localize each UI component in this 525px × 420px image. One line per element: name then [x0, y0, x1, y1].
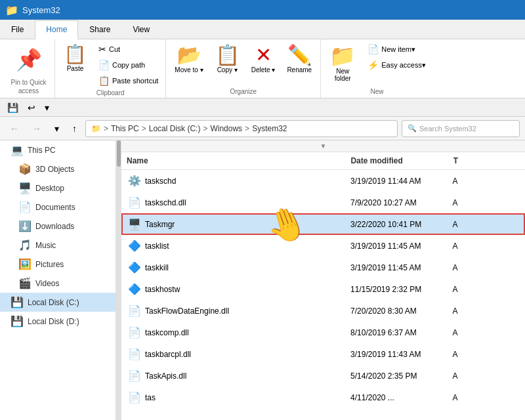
rename-icon: ✏️ [287, 45, 312, 65]
file-date-taskcomp: 8/10/2019 6:37 AM [345, 327, 447, 339]
file-row-taskmgr[interactable]: 🖥️Taskmgr3/22/2020 10:41 PMA [121, 213, 525, 235]
sidebar-item-music[interactable]: 🎵 Music [0, 236, 116, 255]
path-system32[interactable]: System32 [252, 124, 287, 133]
paste-shortcut-button[interactable]: 📋 Paste shortcut [95, 74, 161, 88]
sidebar-item-local-disk-d[interactable]: 💾 Local Disk (D:) [0, 312, 116, 331]
documents-icon: 📄 [18, 201, 32, 213]
group-organize-label: Organize [230, 88, 257, 95]
this-pc-label: This PC [28, 146, 56, 155]
new-item-icon: 📄 [368, 44, 379, 54]
file-date-tas: 4/11/2020 ... [345, 392, 447, 404]
cut-icon: ✂ [98, 44, 106, 54]
col-header-type[interactable]: T [448, 155, 525, 167]
copy-to-icon: 📋 [215, 45, 240, 65]
file-name-taskbarcpl: 📄taskbarcpl.dll [123, 346, 345, 362]
file-row-taskflow[interactable]: 📄TaskFlowDataEngine.dll7/20/2020 8:30 AM… [121, 300, 525, 322]
sidebar-item-videos[interactable]: 🎬 Videos [0, 274, 116, 293]
file-date-taskflow: 7/20/2020 8:30 AM [345, 305, 447, 317]
pictures-icon: 🖼️ [18, 258, 32, 270]
music-label: Music [35, 241, 56, 250]
file-row-taskschd-dll[interactable]: 📄taskschd.dll7/9/2020 10:27 AMA [121, 192, 525, 213]
col-header-date[interactable]: Date modified [345, 155, 448, 167]
sidebar-scrollbar[interactable] [116, 140, 121, 420]
sidebar-item-this-pc[interactable]: 💻 This PC [0, 140, 116, 159]
ribbon-tabs: File Home Share View [0, 20, 525, 39]
tab-share[interactable]: Share [78, 20, 121, 39]
address-path[interactable]: 📁 > This PC > Local Disk (C:) > Windows … [85, 120, 398, 137]
sidebar-item-3d-objects[interactable]: 📦 3D Objects [0, 159, 116, 178]
cut-button[interactable]: ✂ Cut [95, 42, 161, 56]
sidebar-item-local-disk-c[interactable]: 💾 Local Disk (C:) [0, 293, 116, 312]
sidebar-item-documents[interactable]: 📄 Documents [0, 198, 116, 217]
file-row-tasklist[interactable]: 🔷tasklist3/19/2019 11:45 AMA [121, 235, 525, 257]
new-folder-label: Newfolder [335, 68, 351, 82]
new-item-label: New item▾ [381, 45, 415, 54]
path-windows[interactable]: Windows [210, 124, 242, 133]
back-button[interactable]: ← [5, 121, 24, 136]
quick-access-save-btn[interactable]: 💾 [4, 100, 22, 115]
3d-objects-icon: 📦 [18, 163, 32, 175]
quick-access-undo-btn[interactable]: ↩ [24, 100, 39, 115]
file-row-taskbarcpl[interactable]: 📄taskbarcpl.dll3/19/2019 11:43 AMA [121, 343, 525, 365]
rename-button[interactable]: ✏️ Rename [282, 42, 316, 77]
search-icon: 🔍 [408, 124, 417, 133]
tab-file[interactable]: File [0, 20, 35, 39]
new-folder-button[interactable]: 📁 Newfolder [325, 42, 360, 85]
sidebar-item-pictures[interactable]: 🖼️ Pictures [0, 255, 116, 274]
file-icon-tasklist: 🔷 [128, 240, 141, 252]
dropdown-recent-button[interactable]: ▾ [50, 121, 64, 136]
file-name-tas: 📄tas [123, 390, 345, 405]
file-list: ▼ Name Date modified T ⚙️taskschd3/19/20… [121, 140, 525, 420]
file-row-taskcomp[interactable]: 📄taskcomp.dll8/10/2019 6:37 AMA [121, 322, 525, 343]
file-type-taskhost: A [447, 284, 524, 295]
sidebar-item-downloads[interactable]: ⬇️ Downloads [0, 217, 116, 236]
copy-path-button[interactable]: 📄 Copy path [95, 58, 161, 72]
paste-icon: 📋 [64, 45, 87, 64]
3d-objects-label: 3D Objects [35, 165, 74, 174]
file-row-tas[interactable]: 📄tas4/11/2020 ...A [121, 387, 525, 408]
col-header-name[interactable]: Name [121, 155, 345, 167]
file-name-taskflow: 📄TaskFlowDataEngine.dll [123, 303, 345, 318]
copy-to-button[interactable]: 📋 Copy ▾ [211, 42, 244, 77]
file-icon-tas: 📄 [128, 391, 141, 404]
path-local-disk[interactable]: Local Disk (C:) [149, 124, 201, 133]
file-row-taskkill[interactable]: 🔷taskkill3/19/2019 11:45 AMA [121, 257, 525, 278]
file-label-taskschd-dll: taskschd.dll [145, 198, 186, 207]
file-label-taskapis: TaskApis.dll [145, 371, 186, 381]
up-button[interactable]: ↑ [68, 121, 81, 136]
easy-access-button[interactable]: ⚡ Easy access▾ [364, 58, 429, 72]
file-label-taskhost: taskhostw [145, 285, 180, 294]
paste-button[interactable]: 📋 Paste [59, 42, 91, 75]
new-item-button[interactable]: 📄 New item▾ [364, 42, 429, 56]
file-row-taskapis[interactable]: 📄TaskApis.dll5/14/2020 2:35 PMA [121, 365, 525, 387]
file-date-taskbarcpl: 3/19/2019 11:43 AM [345, 348, 447, 360]
group-pin-label: Pin to Quickaccess [11, 78, 47, 95]
file-type-taskcomp: A [447, 327, 524, 339]
file-row-taskhost[interactable]: 🔷taskhostw11/15/2019 2:32 PMA [121, 278, 525, 300]
path-this-pc[interactable]: This PC [111, 124, 139, 133]
search-box[interactable]: 🔍 Search System32 [402, 120, 520, 137]
file-icon-taskkill: 🔷 [128, 261, 141, 274]
move-to-button[interactable]: 📂 Move to ▾ [170, 42, 207, 77]
sidebar-scroll-thumb[interactable] [117, 140, 121, 167]
file-type-taskschd-dll: A [447, 197, 524, 209]
local-disk-d-icon: 💾 [10, 315, 24, 327]
quick-access-bar: 💾 ↩ ▾ [0, 98, 525, 117]
tab-view[interactable]: View [121, 20, 161, 39]
music-icon: 🎵 [18, 239, 32, 251]
file-rows-container: ⚙️taskschd3/19/2019 11:44 AMA📄taskschd.d… [121, 170, 525, 420]
quick-access-dropdown-btn[interactable]: ▾ [41, 100, 52, 115]
copy-path-label: Copy path [112, 61, 145, 69]
delete-button[interactable]: ✕ Delete ▾ [247, 42, 280, 77]
delete-label: Delete ▾ [251, 66, 276, 74]
forward-button[interactable]: → [28, 121, 46, 136]
file-name-taskhost: 🔷taskhostw [123, 282, 345, 297]
sidebar-item-desktop[interactable]: 🖥️ Desktop [0, 178, 116, 198]
file-icon-taskbarcpl: 📄 [128, 348, 141, 360]
file-label-taskmgr: Taskmgr [145, 220, 175, 229]
file-row-taskschd[interactable]: ⚙️taskschd3/19/2019 11:44 AMA [121, 170, 525, 192]
paste-label: Paste [67, 65, 84, 72]
file-name-tasklist: 🔷tasklist [123, 238, 345, 253]
search-placeholder: Search System32 [419, 125, 476, 133]
tab-home[interactable]: Home [35, 20, 78, 39]
